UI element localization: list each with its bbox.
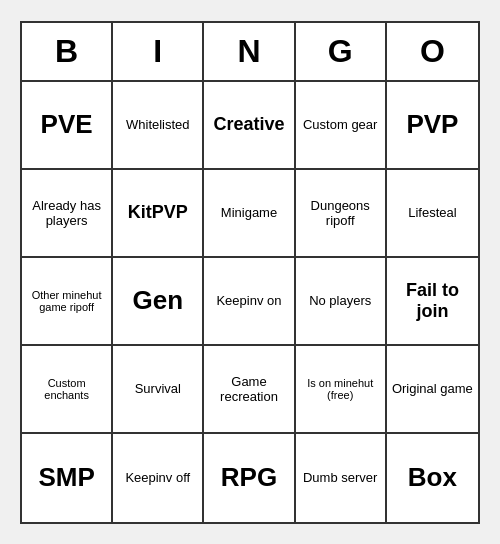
header-letter-n: N	[204, 23, 295, 80]
bingo-cell-10: Other minehut game ripoff	[22, 258, 113, 346]
bingo-cell-text-12: Keepinv on	[208, 293, 289, 308]
bingo-cell-18: Is on minehut (free)	[296, 346, 387, 434]
bingo-cell-text-14: Fail to join	[391, 280, 474, 322]
header-letter-i: I	[113, 23, 204, 80]
bingo-cell-text-16: Survival	[117, 381, 198, 396]
bingo-cell-9: Lifesteal	[387, 170, 478, 258]
bingo-cell-2: Creative	[204, 82, 295, 170]
bingo-cell-24: Box	[387, 434, 478, 522]
bingo-cell-text-10: Other minehut game ripoff	[26, 289, 107, 313]
bingo-cell-1: Whitelisted	[113, 82, 204, 170]
bingo-cell-7: Minigame	[204, 170, 295, 258]
bingo-cell-21: Keepinv off	[113, 434, 204, 522]
bingo-cell-text-23: Dumb server	[300, 470, 381, 485]
bingo-cell-14: Fail to join	[387, 258, 478, 346]
bingo-cell-3: Custom gear	[296, 82, 387, 170]
bingo-cell-6: KitPVP	[113, 170, 204, 258]
bingo-cell-16: Survival	[113, 346, 204, 434]
header-letter-b: B	[22, 23, 113, 80]
bingo-cell-text-7: Minigame	[208, 205, 289, 220]
bingo-cell-text-20: SMP	[26, 462, 107, 493]
bingo-cell-text-15: Custom enchants	[26, 377, 107, 401]
bingo-cell-text-0: PVE	[26, 109, 107, 140]
bingo-cell-text-6: KitPVP	[117, 202, 198, 223]
bingo-cell-0: PVE	[22, 82, 113, 170]
bingo-cell-text-9: Lifesteal	[391, 205, 474, 220]
bingo-cell-19: Original game	[387, 346, 478, 434]
bingo-cell-20: SMP	[22, 434, 113, 522]
bingo-cell-8: Dungeons ripoff	[296, 170, 387, 258]
bingo-cell-text-4: PVP	[391, 109, 474, 140]
bingo-cell-text-13: No players	[300, 293, 381, 308]
bingo-cell-text-24: Box	[391, 462, 474, 493]
bingo-cell-15: Custom enchants	[22, 346, 113, 434]
bingo-cell-17: Game recreation	[204, 346, 295, 434]
bingo-cell-text-5: Already has players	[26, 198, 107, 228]
bingo-cell-22: RPG	[204, 434, 295, 522]
bingo-cell-text-17: Game recreation	[208, 374, 289, 404]
bingo-cell-text-8: Dungeons ripoff	[300, 198, 381, 228]
bingo-cell-23: Dumb server	[296, 434, 387, 522]
bingo-cell-5: Already has players	[22, 170, 113, 258]
bingo-cell-text-1: Whitelisted	[117, 117, 198, 132]
bingo-cell-13: No players	[296, 258, 387, 346]
bingo-cell-text-3: Custom gear	[300, 117, 381, 132]
bingo-cell-11: Gen	[113, 258, 204, 346]
bingo-cell-text-19: Original game	[391, 381, 474, 396]
header-letter-o: O	[387, 23, 478, 80]
bingo-grid: PVEWhitelistedCreativeCustom gearPVPAlre…	[22, 82, 478, 522]
bingo-cell-text-2: Creative	[208, 114, 289, 135]
header-letter-g: G	[296, 23, 387, 80]
bingo-cell-4: PVP	[387, 82, 478, 170]
bingo-cell-12: Keepinv on	[204, 258, 295, 346]
bingo-cell-text-18: Is on minehut (free)	[300, 377, 381, 401]
bingo-cell-text-21: Keepinv off	[117, 470, 198, 485]
bingo-cell-text-22: RPG	[208, 462, 289, 493]
bingo-header: BINGO	[22, 23, 478, 82]
bingo-card: BINGO PVEWhitelistedCreativeCustom gearP…	[20, 21, 480, 524]
bingo-cell-text-11: Gen	[117, 285, 198, 316]
